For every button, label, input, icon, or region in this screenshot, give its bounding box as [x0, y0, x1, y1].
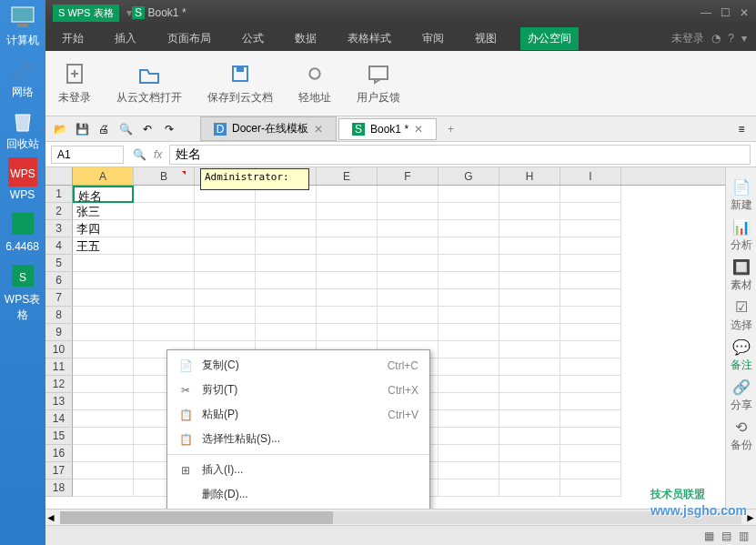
cell[interactable]	[438, 445, 499, 462]
menu-formula[interactable]: 公式	[235, 27, 271, 50]
cell[interactable]	[73, 307, 134, 324]
cell[interactable]	[499, 220, 560, 237]
tab-book1[interactable]: S Book1 * ✕	[338, 118, 437, 140]
cell[interactable]	[73, 376, 134, 393]
cell[interactable]	[438, 255, 499, 272]
cell[interactable]	[317, 186, 378, 203]
cell[interactable]	[256, 255, 317, 272]
view-normal-icon[interactable]: ▦	[704, 530, 714, 542]
cell[interactable]	[73, 341, 134, 358]
cell[interactable]	[499, 186, 560, 203]
row-header[interactable]: 1	[45, 186, 73, 203]
cell[interactable]	[378, 255, 438, 272]
desktop-icon-wps[interactable]: WPSWPS	[2, 157, 43, 207]
cell[interactable]	[499, 324, 560, 341]
cell[interactable]	[499, 462, 560, 479]
cell[interactable]	[378, 272, 438, 289]
select-all-corner[interactable]	[45, 167, 73, 185]
side-backup[interactable]: ⟲备份	[728, 417, 755, 455]
row-header[interactable]: 3	[45, 220, 73, 237]
menu-view[interactable]: 视图	[468, 27, 504, 50]
menu-start[interactable]: 开始	[55, 27, 91, 50]
cell[interactable]	[560, 186, 621, 203]
cell[interactable]	[378, 307, 438, 324]
cm-paste[interactable]: 📋粘贴(P)Ctrl+V	[167, 402, 429, 427]
row-header[interactable]: 2	[45, 203, 73, 220]
cell[interactable]	[73, 410, 134, 428]
cell[interactable]	[256, 220, 317, 237]
scroll-thumb[interactable]	[60, 511, 333, 524]
qat-save-icon[interactable]: 💾	[73, 120, 91, 138]
cell[interactable]	[134, 255, 195, 272]
cell[interactable]	[438, 479, 499, 497]
cell[interactable]: 姓名	[73, 186, 134, 203]
cell[interactable]	[438, 220, 499, 237]
row-header[interactable]: 15	[45, 428, 73, 445]
menu-data[interactable]: 数据	[287, 27, 324, 50]
cell[interactable]	[195, 220, 256, 237]
row-header[interactable]: 6	[45, 272, 73, 289]
fx-icon[interactable]: fx	[154, 148, 162, 161]
col-header-B[interactable]: B	[134, 167, 195, 185]
cm-insert[interactable]: ⊞插入(I)...	[167, 458, 429, 482]
cell[interactable]	[438, 203, 499, 220]
cell[interactable]	[317, 255, 378, 272]
cell[interactable]	[438, 462, 499, 479]
cell[interactable]	[499, 272, 560, 289]
cell[interactable]	[438, 186, 499, 203]
row-header[interactable]: 13	[45, 393, 73, 410]
cell[interactable]	[438, 289, 499, 307]
col-header-F[interactable]: F	[378, 167, 438, 185]
cm-clear[interactable]: 清除内容(N)	[167, 507, 429, 509]
cell[interactable]	[134, 203, 195, 220]
cell[interactable]	[134, 307, 195, 324]
cell[interactable]	[134, 237, 195, 255]
col-header-E[interactable]: E	[317, 167, 378, 185]
cell[interactable]	[317, 203, 378, 220]
name-box[interactable]	[51, 146, 124, 164]
cell[interactable]	[560, 445, 621, 462]
cell[interactable]	[438, 237, 499, 255]
side-share[interactable]: 🔗分享	[728, 377, 755, 415]
cell[interactable]	[438, 307, 499, 324]
row-header[interactable]: 9	[45, 324, 73, 341]
cell[interactable]	[317, 307, 378, 324]
cell[interactable]	[560, 376, 621, 393]
cell[interactable]	[560, 462, 621, 479]
formula-input[interactable]	[169, 145, 751, 165]
cell[interactable]	[73, 479, 134, 497]
cell[interactable]	[317, 324, 378, 341]
cell[interactable]: 张三	[73, 203, 134, 220]
col-header-H[interactable]: H	[499, 167, 560, 185]
cell[interactable]	[438, 393, 499, 410]
side-new[interactable]: 📄新建	[728, 177, 755, 215]
qat-open-icon[interactable]: 📂	[51, 120, 69, 138]
cell[interactable]	[438, 376, 499, 393]
cell[interactable]	[256, 203, 317, 220]
cell[interactable]	[73, 462, 134, 479]
col-header-A[interactable]: A	[73, 167, 134, 185]
row-header[interactable]: 18	[45, 479, 73, 497]
cell[interactable]	[195, 307, 256, 324]
cell[interactable]	[438, 272, 499, 289]
cell[interactable]	[560, 324, 621, 341]
side-select[interactable]: ☑选择	[728, 297, 755, 335]
cell[interactable]	[560, 203, 621, 220]
cell[interactable]	[317, 289, 378, 307]
desktop-icon-network[interactable]: 网络	[2, 54, 43, 104]
view-break-icon[interactable]: ▥	[739, 530, 749, 542]
cell[interactable]	[560, 255, 621, 272]
ribbon-open-cloud[interactable]: 从云文档打开	[113, 57, 186, 109]
cm-copy[interactable]: 📄复制(C)Ctrl+C	[167, 353, 429, 378]
cell[interactable]	[256, 307, 317, 324]
menu-tablestyle[interactable]: 表格样式	[340, 27, 398, 50]
cell[interactable]	[317, 237, 378, 255]
cell[interactable]	[499, 445, 560, 462]
cell[interactable]	[499, 410, 560, 428]
cell[interactable]	[499, 358, 560, 376]
menu-insert[interactable]: 插入	[107, 27, 144, 50]
cell[interactable]	[499, 289, 560, 307]
cell[interactable]	[256, 272, 317, 289]
qat-preview-icon[interactable]: 🔍	[116, 120, 135, 138]
cell[interactable]	[499, 428, 560, 445]
